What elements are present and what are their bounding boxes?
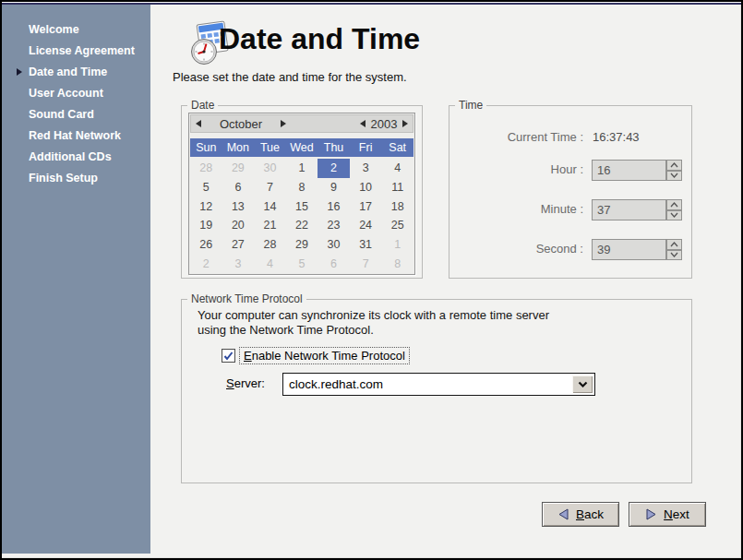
- calendar-month-label: October: [201, 117, 281, 131]
- chevron-down-icon: [670, 212, 678, 218]
- sidebar-item-label: Finish Setup: [29, 172, 98, 185]
- setup-wizard-window: Welcome License Agreement Date and Time …: [0, 0, 743, 560]
- current-time-value: 16:37:43: [593, 130, 640, 144]
- next-month-arrow-icon[interactable]: [281, 120, 286, 127]
- calendar-day[interactable]: 31: [350, 235, 382, 255]
- calendar-day[interactable]: 12: [190, 197, 222, 216]
- calendar-day[interactable]: 24: [350, 216, 382, 235]
- calendar-day[interactable]: 7: [254, 178, 286, 197]
- calendar-day-selected[interactable]: 2: [318, 159, 350, 178]
- sidebar-item-license-agreement: License Agreement: [2, 41, 150, 62]
- enable-ntp-checkbox-label[interactable]: Enable Network Time Protocol: [239, 347, 410, 364]
- calendar-day-names: SunMonTueWedThuFriSat: [190, 138, 413, 157]
- minute-spinner: 37: [592, 199, 682, 220]
- chevron-up-icon: [670, 162, 678, 168]
- calendar-day[interactable]: 1: [286, 159, 318, 178]
- calendar-day[interactable]: 2: [190, 254, 222, 273]
- calendar-day-name: Fri: [350, 138, 382, 157]
- calendar-day[interactable]: 13: [222, 197, 255, 216]
- calendar-day[interactable]: 26: [190, 235, 222, 255]
- calendar-day[interactable]: 8: [381, 254, 413, 273]
- page-title: Date and Time: [219, 22, 420, 56]
- calendar-day[interactable]: 29: [286, 235, 318, 255]
- chevron-down-icon: [670, 252, 678, 257]
- next-year-arrow-icon[interactable]: [402, 120, 408, 127]
- date-group-legend: Date: [187, 99, 218, 112]
- calendar-day[interactable]: 3: [222, 254, 255, 273]
- calendar-day-name: Tue: [254, 138, 286, 157]
- calendar-day[interactable]: 7: [350, 254, 382, 273]
- back-button-label: Back: [576, 507, 604, 521]
- calendar-day[interactable]: 19: [190, 216, 222, 235]
- calendar-day-name: Wed: [286, 138, 318, 157]
- calendar-day[interactable]: 25: [381, 216, 413, 235]
- current-time-label: Current Time :: [461, 130, 583, 144]
- minute-input: 37: [592, 199, 666, 220]
- calendar-day[interactable]: 1: [381, 235, 413, 255]
- calendar-weeks: 2829301234567891011121314151617181920212…: [190, 159, 413, 273]
- sidebar-item-label: Additional CDs: [29, 150, 112, 163]
- second-decrement-button: [666, 250, 682, 261]
- calendar-day[interactable]: 5: [286, 254, 318, 273]
- calendar-day[interactable]: 3: [350, 159, 382, 178]
- back-button[interactable]: Back: [542, 502, 619, 527]
- calendar-day[interactable]: 6: [222, 178, 255, 197]
- sidebar-item-red-hat-network: Red Hat Network: [2, 125, 150, 147]
- calendar-day[interactable]: 27: [222, 235, 255, 255]
- calendar-day[interactable]: 6: [318, 254, 350, 273]
- sidebar-item-label: Welcome: [29, 23, 79, 36]
- second-label: Second :: [461, 242, 583, 256]
- calendar-day[interactable]: 20: [222, 216, 255, 235]
- calendar-day[interactable]: 4: [381, 159, 413, 178]
- calendar-day[interactable]: 22: [286, 216, 318, 235]
- calendar-day[interactable]: 16: [318, 197, 350, 216]
- server-combobox[interactable]: clock.redhat.com: [282, 373, 595, 396]
- ntp-description-line1: Your computer can synchronize its clock …: [198, 308, 549, 322]
- sidebar-item-label: Red Hat Network: [29, 129, 121, 142]
- calendar-day[interactable]: 28: [190, 159, 222, 178]
- calendar-day[interactable]: 23: [318, 216, 350, 235]
- server-combobox-value[interactable]: clock.redhat.com: [289, 377, 383, 391]
- checkmark-icon: [223, 351, 234, 361]
- hour-label: Hour :: [461, 162, 583, 176]
- calendar-day-name: Thu: [318, 138, 350, 157]
- minute-increment-button: [666, 199, 682, 210]
- enable-ntp-checkbox[interactable]: [222, 349, 235, 363]
- calendar-day[interactable]: 18: [381, 197, 413, 216]
- calendar-day[interactable]: 28: [254, 235, 286, 255]
- time-group-legend: Time: [455, 99, 486, 112]
- page-subtitle: Please set the date and time for the sys…: [173, 70, 407, 84]
- minute-spin-buttons: [666, 199, 682, 220]
- second-spinner: 39: [592, 239, 682, 260]
- calendar-day[interactable]: 11: [381, 178, 413, 197]
- chevron-up-icon: [670, 242, 678, 247]
- calendar-day[interactable]: 4: [254, 254, 286, 273]
- calendar-day-name: Mon: [222, 138, 255, 157]
- next-button[interactable]: Next: [629, 502, 706, 527]
- calendar-day[interactable]: 9: [318, 178, 350, 197]
- calendar-day[interactable]: 17: [350, 197, 382, 216]
- second-spin-buttons: [666, 239, 682, 260]
- sidebar-item-label: License Agreement: [29, 44, 135, 57]
- calendar-day[interactable]: 14: [254, 197, 286, 216]
- calendar-day[interactable]: 21: [254, 216, 286, 235]
- calendar-day[interactable]: 30: [254, 159, 286, 178]
- calendar-day[interactable]: 8: [286, 178, 318, 197]
- calendar-day[interactable]: 10: [350, 178, 382, 197]
- sidebar-item-label: Date and Time: [29, 66, 107, 78]
- chevron-down-icon: [578, 381, 588, 387]
- server-dropdown-button[interactable]: [572, 375, 593, 393]
- sidebar-item-label: Sound Card: [29, 108, 94, 121]
- minute-label: Minute :: [461, 202, 583, 216]
- next-button-label: Next: [664, 507, 689, 521]
- calendar-day[interactable]: 15: [286, 197, 318, 216]
- calendar-day[interactable]: 29: [222, 159, 255, 178]
- sidebar-item-additional-cds: Additional CDs: [2, 147, 150, 168]
- back-arrow-icon: [557, 508, 569, 520]
- calendar-day[interactable]: 5: [190, 178, 222, 197]
- current-step-arrow-icon: [17, 68, 22, 76]
- ntp-group-legend: Network Time Protocol: [187, 292, 306, 305]
- calendar-day-name: Sun: [190, 138, 222, 157]
- hour-increment-button: [666, 160, 682, 171]
- calendar-day[interactable]: 30: [318, 235, 350, 255]
